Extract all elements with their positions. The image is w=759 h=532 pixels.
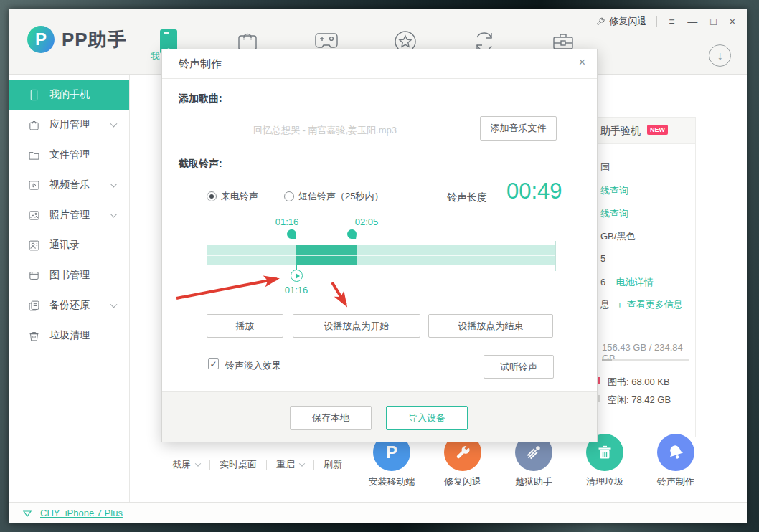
shopping-bag-icon <box>28 119 40 131</box>
backup-icon <box>28 300 40 312</box>
restart-label: 重启 <box>276 458 295 471</box>
fade-in-checkbox[interactable]: ✓ <box>208 358 219 369</box>
book-legend-color <box>598 377 600 384</box>
preview-ringtone-button[interactable]: 试听铃声 <box>484 355 554 379</box>
add-music-file-button[interactable]: 添加音乐文件 <box>480 116 557 141</box>
sidebar-item-file-manage[interactable]: 文件管理 <box>9 140 129 170</box>
panel-query-link[interactable]: 线查询 <box>600 184 628 197</box>
radio-sms-label: 短信铃声（25秒内） <box>298 190 383 203</box>
chevron-down-icon <box>299 460 305 466</box>
download-update-icon[interactable]: ↓ <box>709 44 731 67</box>
quick-label: 修复闪退 <box>434 475 491 488</box>
storage-free-label: 空闲: 78.42 GB <box>608 394 671 407</box>
battery-detail-link[interactable]: 电池详情 <box>616 277 654 288</box>
chevron-down-icon[interactable] <box>110 301 118 308</box>
playhead-stem <box>296 265 297 270</box>
sidebar-item-photo-manage[interactable]: 照片管理 <box>9 200 129 230</box>
radio-call-label: 来电铃声 <box>221 190 258 203</box>
import-device-button[interactable]: 导入设备 <box>386 406 468 430</box>
screenshot-button[interactable]: 截屏 <box>172 455 200 474</box>
radio-selected-icon[interactable] <box>207 191 217 201</box>
active-tab-label: 我 <box>151 50 160 63</box>
bell-icon <box>657 434 694 471</box>
song-name: 回忆总想哭 - 南宫嘉骏,姜玉阳.mp3 <box>210 124 440 137</box>
sidebar-item-video-music[interactable]: 视频音乐 <box>9 170 129 200</box>
storage-bar <box>602 359 689 361</box>
maximize-button[interactable]: □ <box>709 16 717 27</box>
status-bar: CHY_iPhone 7 Plus <box>9 502 747 523</box>
sidebar-item-label: 我的手机 <box>50 88 90 101</box>
panel-row: 5 <box>600 253 605 264</box>
live-desktop-label: 实时桌面 <box>220 458 257 471</box>
close-button[interactable]: × <box>728 16 737 27</box>
new-badge: NEW <box>647 125 668 135</box>
dialog-close-icon[interactable]: × <box>579 56 585 69</box>
divider <box>209 460 210 470</box>
repair-crash-button[interactable]: 修复闪退 <box>595 15 646 28</box>
play-icon <box>296 273 300 279</box>
radio-unselected-icon[interactable] <box>284 191 294 201</box>
sidebar-item-label: 视频音乐 <box>50 179 90 191</box>
logo-p-icon: P <box>27 26 55 53</box>
panel-row: 息 ＋ 查看更多信息 <box>600 298 683 311</box>
device-name-link[interactable]: CHY_iPhone 7 Plus <box>40 508 123 518</box>
radio-call-ringtone[interactable]: 来电铃声 <box>207 190 258 203</box>
start-marker-pin[interactable] <box>286 229 297 239</box>
play-button[interactable]: 播放 <box>207 314 283 338</box>
phone-icon <box>28 89 40 101</box>
set-start-button[interactable]: 设播放点为开始 <box>293 314 420 338</box>
book-icon <box>28 270 40 282</box>
window-controls: 修复闪退 ≡ — □ × <box>595 15 737 28</box>
sidebar-item-my-phone[interactable]: 我的手机 <box>9 80 129 110</box>
contacts-icon <box>28 239 40 252</box>
free-legend-color <box>598 395 600 402</box>
refresh-button[interactable]: 刷新 <box>324 455 342 474</box>
panel-query-link[interactable]: 线查询 <box>600 207 628 220</box>
restart-button[interactable]: 重启 <box>276 455 304 474</box>
ringtone-length-value: 00:49 <box>506 179 562 204</box>
view-more-info-link[interactable]: ＋ 查看更多信息 <box>615 299 683 310</box>
bottom-toolbar: 截屏 实时桌面 重启 刷新 <box>172 455 342 474</box>
playhead-play-button[interactable] <box>291 270 303 282</box>
sidebar-item-app-manage[interactable]: 应用管理 <box>9 110 129 140</box>
sidebar: 我的手机 应用管理 文件管理 视频音乐 照片管理 通讯录 图书管理 <box>9 75 130 502</box>
fade-in-label: 铃声淡入效果 <box>225 359 281 372</box>
clip-ringtone-label: 截取铃声: <box>179 158 222 171</box>
repair-crash-label: 修复闪退 <box>609 15 646 28</box>
divider <box>656 16 657 27</box>
sidebar-item-label: 文件管理 <box>50 148 90 161</box>
quick-label: 越狱助手 <box>505 475 562 488</box>
sidebar-item-backup-restore[interactable]: 备份还原 <box>9 290 129 320</box>
sidebar-item-contacts[interactable]: 通讯录 <box>9 230 129 260</box>
set-end-button[interactable]: 设播放点为结束 <box>428 314 553 338</box>
panel-row: GB/黑色 <box>600 230 635 243</box>
storage-book-label: 图书: 68.00 KB <box>608 376 670 389</box>
start-marker-time: 01:16 <box>269 217 305 227</box>
end-marker-pin[interactable] <box>346 229 357 239</box>
quick-label: 清理垃圾 <box>576 475 633 488</box>
arrow-to-set-start <box>332 282 346 305</box>
add-song-label: 添加歌曲: <box>179 92 222 105</box>
save-local-button[interactable]: 保存本地 <box>290 406 372 430</box>
minimize-button[interactable]: — <box>686 16 699 27</box>
sidebar-item-junk-clean[interactable]: 垃圾清理 <box>9 320 129 351</box>
sidebar-item-label: 应用管理 <box>50 118 90 131</box>
screenshot-label: 截屏 <box>172 458 191 471</box>
ringtone-maker-dialog: 铃声制作 × 添加歌曲: 回忆总想哭 - 南宫嘉骏,姜玉阳.mp3 添加音乐文件… <box>161 49 598 442</box>
live-desktop-button[interactable]: 实时桌面 <box>220 455 257 474</box>
device-dropdown-icon[interactable] <box>23 510 32 518</box>
sidebar-item-book-manage[interactable]: 图书管理 <box>9 260 129 290</box>
dialog-title: 铃声制作 <box>179 57 222 71</box>
menu-icon[interactable]: ≡ <box>667 16 676 27</box>
sidebar-item-label: 垃圾清理 <box>50 329 90 342</box>
panel-row: 6 电池详情 <box>600 276 654 289</box>
chevron-down-icon[interactable] <box>110 211 118 218</box>
end-marker-time: 02:05 <box>349 217 385 227</box>
chevron-down-icon[interactable] <box>110 120 118 128</box>
photo-icon <box>28 209 40 222</box>
quick-ringtone-maker[interactable]: 铃声制作 <box>647 434 704 488</box>
app-logo: P PP助手 <box>27 26 127 53</box>
sidebar-item-label: 通讯录 <box>50 239 80 252</box>
chevron-down-icon[interactable] <box>110 181 118 188</box>
radio-sms-ringtone[interactable]: 短信铃声（25秒内） <box>284 190 383 203</box>
